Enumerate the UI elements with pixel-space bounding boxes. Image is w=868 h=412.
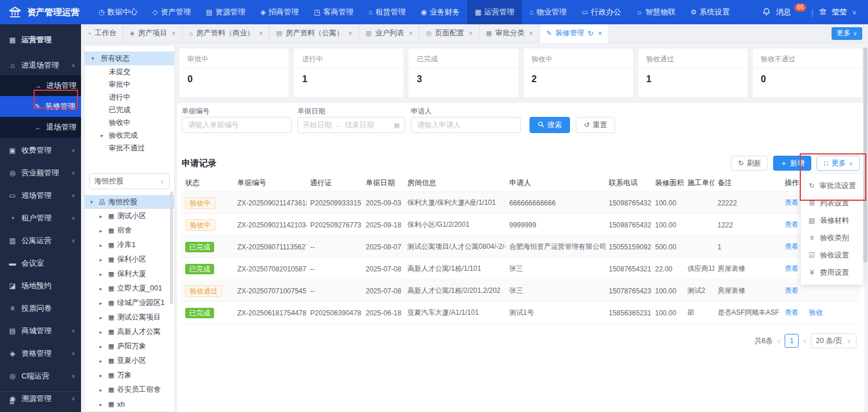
project-tree-item[interactable]: ▸ ▦ 冷库1 [84,238,174,252]
sidebar-item[interactable]: 公寓运营 ∨ [0,231,81,251]
sidebar-item[interactable]: C端运营 ∨ [0,366,81,386]
sidebar-item[interactable]: 场地预约 [0,276,81,296]
tabbar-more-button[interactable]: 更多 ∨ [832,27,862,40]
project-tree-root[interactable]: ▾ 品 海恒控股 [84,195,174,209]
sidebar-item[interactable]: 装修管理 [0,96,81,117]
row-action-link[interactable]: 查看 [785,198,799,207]
row-action-link[interactable]: 验收 [809,308,823,317]
top-menu-item[interactable]: 租赁管理 [361,0,413,24]
status-tree-root[interactable]: ▾ 所有状态 [84,52,174,65]
row-action-link[interactable]: 查看 [785,264,799,273]
top-menu-item[interactable]: 运营管理 [467,0,521,24]
status-tree-item[interactable]: ▸ 进行中 [84,91,174,104]
pass-link[interactable]: -- [310,265,315,273]
pass-link[interactable]: P202509276773 [310,221,361,229]
status-tree-item[interactable]: ▸ 已完成 [84,104,174,116]
page-size-select[interactable]: 20 条/页 ∨ [811,333,856,348]
sidebar-item[interactable]: 进场管理 [0,75,81,96]
sidebar-item[interactable]: 商城管理 ∨ [0,321,81,341]
table-row[interactable]: 验收中 ZX-20250902114210342 P202509276773 2… [182,214,860,236]
project-tree-item[interactable]: ▸ ▦ 谷安员工宿舍 [84,382,174,397]
sidebar-item[interactable]: 巡场管理 ∨ [0,186,81,205]
project-tree-item[interactable]: ▸ ▦ 万象 [84,368,174,382]
page-tab[interactable]: 工作台 ↻ × [81,24,123,43]
sidebar-item[interactable]: 资格管理 ∨ [0,344,81,363]
row-action-link[interactable]: 查看 [785,308,799,317]
row-action-link[interactable]: 查看 [785,220,799,229]
tab-close-icon[interactable]: × [598,30,602,38]
sidebar-item[interactable]: 营业额管理 ∨ [0,163,81,183]
pass-link[interactable]: -- [310,243,315,251]
organization-select[interactable]: 海恒控股 ∨ [89,173,170,189]
dropdown-menu-item[interactable]: 费用设置 [801,264,863,281]
sidebar-item[interactable]: 投票问卷 [0,299,81,318]
pass-link[interactable]: P202509933315 [310,199,361,207]
tab-close-icon[interactable]: × [348,30,352,38]
sidebar-item[interactable]: 进退场管理 ∧ [0,56,81,75]
more-button[interactable]: ∷ 更多 ∨ [816,156,860,171]
sidebar-collapse-button[interactable]: ≡ [0,391,81,412]
project-tree-item[interactable]: ▸ ▦ 立即大厦_001 [84,281,174,296]
top-menu-item[interactable]: 资源管理 [198,0,253,24]
row-action-link[interactable]: 查看 [785,286,799,295]
project-tree-item[interactable]: ▸ ▦ 保利大厦 [84,267,174,281]
project-tree-item[interactable]: ▸ ▦ 宿舍 [84,223,174,238]
sidebar-item[interactable]: 会议室 [0,253,81,273]
page-scrollbar[interactable] [863,47,867,263]
next-page-button[interactable]: › [803,336,806,345]
tab-close-icon[interactable]: × [469,30,473,38]
page-tab[interactable]: 房产资料（公寓） ↻ × [270,24,359,43]
top-menu-item[interactable]: 客商管理 [306,0,361,24]
tab-close-icon[interactable]: × [259,30,263,38]
tree-scrollbar[interactable] [170,192,173,304]
dropdown-menu-item[interactable]: 列表设置 [801,194,863,212]
tab-close-icon[interactable]: × [529,30,533,38]
sidebar-item[interactable]: 租户管理 ∨ [0,208,81,228]
page-tab[interactable]: 页面配置 ↻ × [420,24,480,43]
pass-link[interactable]: P202506390478 [310,309,361,317]
refresh-button[interactable]: ↻ 刷新 [731,156,768,171]
order-no-input[interactable] [182,117,292,133]
table-row[interactable]: 验收通过 ZX-20250707100754571 -- 2025-07-08 … [182,280,860,302]
row-action-link[interactable]: 查看 [785,242,799,251]
dropdown-menu-item[interactable]: 审批流设置 [801,177,863,194]
dropdown-menu-item[interactable]: 装修材料 [801,212,863,229]
tab-close-icon[interactable]: × [172,30,176,38]
tab-refresh-icon[interactable]: ↻ [587,30,593,38]
prev-page-button[interactable]: ‹ [777,336,780,345]
table-row[interactable]: 已完成 ZX-20250708201058756 -- 2025-07-08 高… [182,258,860,280]
sidebar-item[interactable]: 退场管理 [0,117,81,138]
chevron-down-icon[interactable]: ∨ [852,9,856,16]
project-tree-item[interactable]: ▸ ▦ 测试小区 [84,209,174,223]
status-tree-item[interactable]: ▸ 审批不通过 [84,142,174,154]
dropdown-menu-item[interactable]: 验收设置 [801,247,863,264]
sidebar-item[interactable]: 运营管理 [0,29,81,51]
table-row[interactable]: 已完成 ZX-20250618175447810 P202506390478 2… [182,302,860,324]
search-button[interactable]: 搜索 [529,117,570,133]
page-tab[interactable]: 房产资料（商业） ↻ × [183,24,270,43]
page-tab[interactable]: 审批分类 ↻ × [480,24,540,43]
bell-icon[interactable] [762,7,771,17]
project-tree-item[interactable]: ▸ ▦ 亚夏小区 [84,354,174,368]
project-tree-item[interactable]: ▸ ▦ 绿城产业园区1 [84,296,174,310]
status-tree-item[interactable]: ▸ 未提交 [84,65,174,78]
top-menu-item[interactable]: 数据中心 [91,0,145,24]
status-tree-item[interactable]: ▸ 审批中 [84,78,174,91]
tab-close-icon[interactable]: × [409,30,413,38]
project-tree-item[interactable]: ▸ ▦ 测试公寓项目 [84,310,174,325]
table-row[interactable]: 验收中 ZX-20250902114736184 P202509933315 2… [182,192,860,214]
top-menu-item[interactable]: 行政办公 [574,0,628,24]
top-menu-item[interactable]: 系统设置 [683,0,737,24]
messages-link[interactable]: 消息 [776,7,791,17]
page-tab[interactable]: 房产项目 ↻ × [123,24,182,43]
add-button[interactable]: ＋ 新增 [773,156,811,171]
applicant-input[interactable] [411,117,521,133]
project-tree-item[interactable]: ▸ ▦ 高新人才公寓 [84,325,174,339]
top-menu-item[interactable]: 资产管理 [145,0,198,24]
top-menu-item[interactable]: 招商管理 [253,0,306,24]
top-menu-item[interactable]: 物业管理 [522,0,574,24]
project-tree-item[interactable]: ▸ ▦ xh [84,397,174,411]
top-menu-item[interactable]: 业务财务 [413,0,467,24]
project-tree-item[interactable]: ▸ ▦ 庐阳万象 [84,339,174,354]
dropdown-menu-item[interactable]: 验收类别 [801,229,863,247]
